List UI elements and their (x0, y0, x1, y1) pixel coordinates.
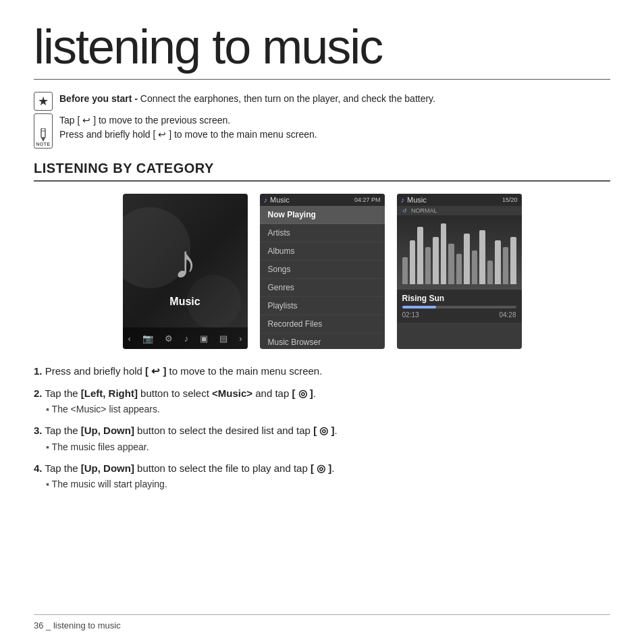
eq-bar (472, 250, 477, 284)
step-4-btn2: [ ◎ ] (311, 462, 331, 474)
menu-item: Now Playing (260, 206, 385, 224)
eq-bar (448, 244, 454, 284)
eq-bar (425, 247, 431, 284)
music-note-icon: ♪ (173, 235, 197, 289)
screen2-menu: Now PlayingArtistsAlbumsSongsGenresPlayl… (260, 206, 385, 349)
menu-item: Recorded Files (260, 315, 385, 333)
page-title: listening to music (34, 20, 610, 80)
menu-item: Songs (260, 261, 385, 279)
eq-bar (487, 261, 493, 284)
screen2-time: 04:27 PM (354, 196, 381, 203)
footer-page: 36 (34, 620, 43, 630)
step-4-num: 4. (34, 462, 43, 474)
step-2-btn2: [ ◎ ] (292, 387, 313, 399)
eq-bar (402, 257, 408, 284)
menu-item: Albums (260, 242, 385, 261)
screen3-info: Rising Sun 02:13 04:28 (397, 290, 522, 323)
section-header: LISTENING BY CATEGORY (34, 161, 610, 182)
screen3-song: Rising Sun (402, 294, 516, 303)
page-footer: 36 _ listening to music (34, 614, 610, 630)
svg-rect-0 (41, 128, 45, 138)
screenshots-row: ♪ Music ‹ 📷 ⚙ ♪ ▣ ▤ › ♪ Music 04:27 PM N… (34, 194, 610, 349)
step-2-num: 2. (34, 387, 43, 399)
eq-bar (479, 230, 485, 284)
normal-badge: ↺ NORMAL (397, 206, 522, 215)
time-start: 02:13 (402, 311, 419, 319)
step-2: 2. Tap the [Left, Right] button to selec… (34, 386, 610, 417)
screen2: ♪ Music 04:27 PM Now PlayingArtistsAlbum… (260, 194, 385, 349)
step-1: 1. Press and briefly hold [ ↩ ] to move … (34, 364, 610, 379)
menu-item: Genres (260, 279, 385, 297)
screen3-title: Music (407, 196, 427, 204)
step-3-btn1: [Up, Down] (81, 425, 134, 436)
eq-bar (441, 223, 446, 284)
screen1-label: Music (169, 296, 200, 308)
step-2-music: <Music> (212, 387, 252, 399)
step-2-sub: The <Music> list appears. (46, 402, 610, 417)
progress-bar-fill (402, 306, 437, 308)
eq-bar (464, 234, 469, 284)
menu-item: Playlists (260, 297, 385, 315)
screen3-track: 15/20 (502, 196, 518, 203)
step-3-btn2: [ ◎ ] (313, 425, 334, 436)
screen3: ♪ Music 15/20 ↺ NORMAL Rising Sun 02:13 … (397, 194, 522, 349)
screen1: ♪ Music ‹ 📷 ⚙ ♪ ▣ ▤ › (123, 194, 248, 349)
step-4-sub: The music will start playing. (46, 477, 610, 491)
steps-section: 1. Press and briefly hold [ ↩ ] to move … (34, 364, 610, 491)
screen2-top-bar: ♪ Music 04:27 PM (260, 194, 385, 206)
eq-bar (410, 240, 415, 284)
screen2-music-icon: ♪ (264, 196, 268, 204)
before-start-row: ★ Before you start - Connect the earphon… (34, 92, 610, 111)
menu-item: Artists (260, 224, 385, 242)
note-icon: NOTE (34, 113, 53, 149)
screen3-music-icon: ♪ (401, 196, 405, 204)
screen3-time-bar: 02:13 04:28 (402, 311, 516, 319)
eq-bar (456, 254, 462, 284)
step-3: 3. Tap the [Up, Down] button to select t… (34, 423, 610, 454)
screen2-title: Music (270, 196, 290, 204)
eq-bar (433, 237, 438, 284)
note-text: Tap [ ↩ ] to move to the previous screen… (59, 113, 317, 142)
step-2-btn1: [Left, Right] (81, 387, 138, 399)
progress-bar (402, 306, 516, 308)
step-3-sub: The music files appear. (46, 440, 610, 454)
before-start-text: Before you start - Connect the earphones… (59, 92, 435, 106)
eq-bar (510, 237, 516, 284)
eq-area (397, 215, 522, 290)
eq-bar (503, 247, 508, 284)
screen1-bottom-bar: ‹ 📷 ⚙ ♪ ▣ ▤ › (123, 327, 248, 349)
step-1-num: 1. (34, 365, 43, 377)
step-3-num: 3. (34, 425, 43, 436)
eq-bar (417, 227, 423, 284)
step-4: 4. Tap the [Up, Down] button to select t… (34, 461, 610, 492)
note-row: NOTE Tap [ ↩ ] to move to the previous s… (34, 113, 610, 149)
step-1-btn: [ ↩ ] (145, 365, 166, 377)
time-end: 04:28 (499, 311, 516, 319)
footer-text: _ listening to music (46, 620, 121, 630)
step-4-btn1: [Up, Down] (81, 462, 134, 474)
star-icon: ★ (34, 92, 53, 111)
screen3-top-bar: ♪ Music 15/20 (397, 194, 522, 206)
info-section: ★ Before you start - Connect the earphon… (34, 92, 610, 149)
eq-bar (495, 240, 500, 284)
menu-item: Music Browser (260, 333, 385, 349)
